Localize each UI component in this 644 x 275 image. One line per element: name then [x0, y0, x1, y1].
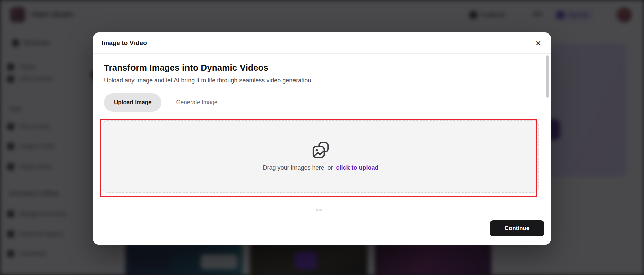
modal-title: Image to Video — [102, 39, 147, 47]
modal-subheading: Upload any image and let AI bring it to … — [104, 77, 540, 84]
screen: Video Studio Feedback API Upgrade All As… — [0, 0, 644, 275]
images-icon — [312, 141, 330, 159]
modal-header: Image to Video ✕ — [93, 32, 551, 54]
dropzone-text: Drag your images hereorclick to upload — [263, 164, 378, 171]
modal-body: Transform Images into Dynamic Videos Upl… — [93, 54, 551, 193]
tab-generate-image[interactable]: Generate Image — [166, 93, 227, 112]
tab-upload-image[interactable]: Upload Image — [104, 93, 161, 112]
upload-dropzone[interactable]: Drag your images hereorclick to upload — [103, 120, 539, 193]
modal-footer: Continue — [93, 212, 551, 245]
image-to-video-modal: Image to Video ✕ Transform Images into D… — [93, 32, 551, 245]
continue-button[interactable]: Continue — [490, 220, 544, 236]
cut-off-content — [316, 209, 322, 211]
drag-text: Drag your images here — [263, 164, 324, 171]
click-to-upload-link[interactable]: click to upload — [336, 164, 379, 171]
or-text: or — [328, 164, 333, 171]
tabs-row: Upload Image Generate Image — [104, 93, 540, 112]
modal-scrollbar[interactable] — [546, 55, 549, 98]
modal-heading: Transform Images into Dynamic Videos — [104, 63, 540, 73]
close-icon[interactable]: ✕ — [533, 38, 544, 49]
